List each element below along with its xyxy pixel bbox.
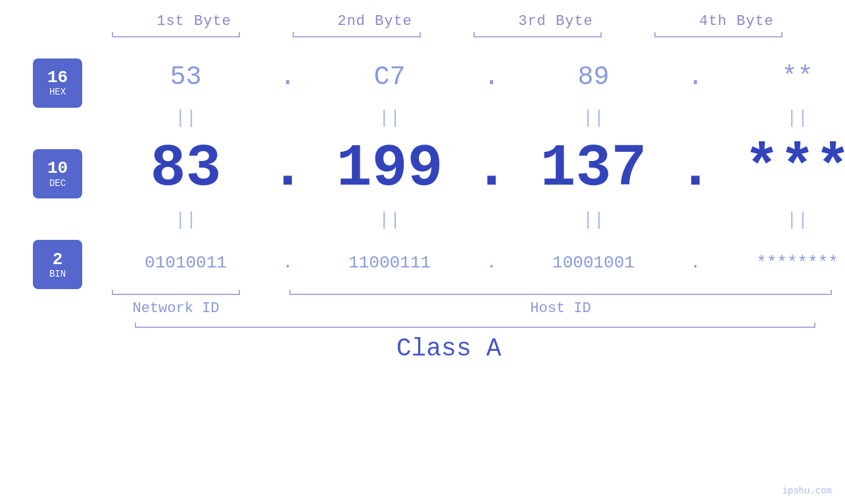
dec-dot-1: . xyxy=(276,135,299,202)
eq1-byte-1: || xyxy=(95,108,276,128)
bin-byte-2: 11000111 xyxy=(349,253,431,273)
bin-byte-3-cell: 10001001 xyxy=(503,253,684,273)
hex-row: 53 . C7 . 89 . ** xyxy=(95,51,845,103)
hex-name: HEX xyxy=(49,87,66,97)
hex-byte-2: C7 xyxy=(374,62,405,92)
hex-dot-3: . xyxy=(684,62,707,92)
hex-badge: 16 HEX xyxy=(33,58,82,108)
dec-byte-1-cell: 83 xyxy=(95,135,276,202)
bin-byte-4: ******** xyxy=(756,253,838,273)
hex-byte-4: ** xyxy=(781,62,813,92)
bin-byte-2-cell: 11000111 xyxy=(299,253,480,273)
eq1-byte-3: || xyxy=(503,108,684,128)
ip-grid: 53 . C7 . 89 . ** xyxy=(95,51,845,290)
host-id-bracket xyxy=(289,294,832,295)
equals-row-1: || || || || xyxy=(95,103,845,133)
dec-byte-4: *** xyxy=(744,135,845,202)
network-id-label: Network ID xyxy=(132,300,219,317)
top-bracket-1 xyxy=(112,36,240,37)
network-id-block: Network ID xyxy=(85,294,266,317)
hex-byte-2-cell: C7 xyxy=(299,62,480,92)
dec-name: DEC xyxy=(49,178,66,189)
eq2-byte-3: || xyxy=(503,210,684,230)
bin-name: BIN xyxy=(49,269,66,279)
dec-dot-2: . xyxy=(480,135,503,202)
eq2-byte-4: || xyxy=(707,210,845,230)
hex-num: 16 xyxy=(47,68,68,87)
top-bracket-4 xyxy=(654,36,783,37)
byte-header-3: 3rd Byte xyxy=(466,13,646,30)
top-bracket-2 xyxy=(293,36,421,37)
dec-row: 83 . 199 . 137 . *** xyxy=(95,133,845,205)
bin-dot-2: . xyxy=(480,253,503,273)
host-id-label: Host ID xyxy=(530,300,591,317)
base-labels-column: 16 HEX 10 DEC 2 BIN xyxy=(33,51,82,290)
equals-row-2: || || || || xyxy=(95,205,845,235)
class-section: Class A xyxy=(0,327,845,363)
dec-num: 10 xyxy=(47,159,68,178)
dec-byte-3-cell: 137 xyxy=(503,135,684,202)
bin-row: 01010011 . 11000111 . 10001001 . xyxy=(95,235,845,290)
network-id-bracket xyxy=(112,294,240,295)
hex-byte-3-cell: 89 xyxy=(503,62,684,92)
hex-byte-1-cell: 53 xyxy=(95,62,276,92)
watermark: ipshu.com xyxy=(782,486,832,496)
class-bracket xyxy=(135,327,815,328)
eq1-byte-4: || xyxy=(707,108,845,128)
byte-header-4: 4th Byte xyxy=(646,13,827,30)
bin-num: 2 xyxy=(53,250,63,269)
byte-header-2: 2nd Byte xyxy=(285,13,466,30)
hex-byte-3: 89 xyxy=(577,62,609,92)
ip-content: 16 HEX 10 DEC 2 BIN 53 . xyxy=(0,51,845,290)
top-bracket-3 xyxy=(473,36,602,37)
byte-header-1: 1st Byte xyxy=(104,13,285,30)
bin-byte-1-cell: 01010011 xyxy=(95,253,276,273)
bin-badge: 2 BIN xyxy=(33,240,82,289)
bin-byte-3: 10001001 xyxy=(552,253,635,273)
dec-byte-4-cell: *** xyxy=(707,135,845,202)
hex-dot-1: . xyxy=(276,62,299,92)
dec-dot-3: . xyxy=(684,135,707,202)
dec-byte-2: 199 xyxy=(336,135,443,202)
bin-dot-1: . xyxy=(276,253,299,273)
byte-headers-row: 1st Byte 2nd Byte 3rd Byte 4th Byte xyxy=(0,13,845,30)
hex-byte-4-cell: ** xyxy=(707,62,845,92)
class-label: Class A xyxy=(397,334,502,363)
host-id-block: Host ID xyxy=(289,294,832,317)
dec-byte-1: 83 xyxy=(150,135,221,202)
dec-byte-3: 137 xyxy=(540,135,646,202)
bin-byte-1: 01010011 xyxy=(145,253,227,273)
bin-dot-3: . xyxy=(684,253,707,273)
dec-badge: 10 DEC xyxy=(33,149,82,198)
main-container: 1st Byte 2nd Byte 3rd Byte 4th Byte 16 H… xyxy=(0,0,845,504)
dec-byte-2-cell: 199 xyxy=(299,135,480,202)
bin-byte-4-cell: ******** xyxy=(707,253,845,273)
eq2-byte-2: || xyxy=(299,210,480,230)
eq2-byte-1: || xyxy=(95,210,276,230)
eq1-byte-2: || xyxy=(299,108,480,128)
hex-byte-1: 53 xyxy=(170,62,201,92)
hex-dot-2: . xyxy=(480,62,503,92)
